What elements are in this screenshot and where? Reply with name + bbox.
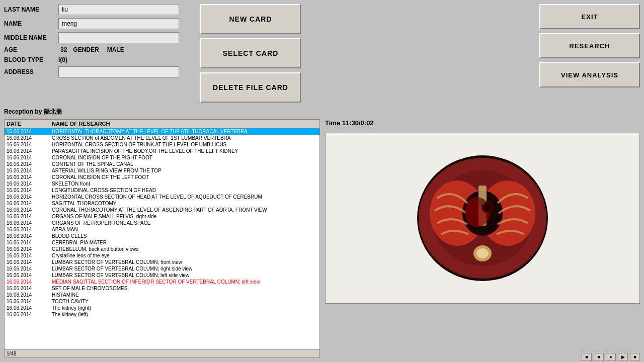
table-row[interactable]: 16.06.2014HORIZONTAL CROSS-SECTION OF TR… [5,141,319,148]
name-input[interactable] [58,18,179,29]
gender-label: GENDER [73,46,99,53]
cell-date: 16.06.2014 [7,214,52,219]
table-row[interactable]: 16.06.2014SET OF MALE CHROMOSOMES. [5,285,319,292]
cell-date: 16.06.2014 [7,299,52,304]
name-label: NAME [4,20,54,27]
cell-name: SKELETON front [52,181,317,187]
research-button[interactable]: RESEARCH [539,33,640,58]
taskbar-item-1[interactable]: ■ [582,353,592,361]
table-row[interactable]: 16.06.2014TOOTH CAVITY [5,298,319,305]
cell-date: 16.06.2014 [7,161,52,167]
research-table: DATE NAME OF RESEARCH 16.06.2014HORIZONT… [4,119,320,358]
cell-name: SAGITTAL THORACOTOMY [52,201,317,206]
cell-date: 16.06.2014 [7,142,52,147]
table-row[interactable]: 16.06.2014Crystalline lens of the eye [5,252,319,259]
cell-date: 16.06.2014 [7,273,52,278]
cell-date: 16.06.2014 [7,305,52,311]
cell-date: 16.06.2014 [7,292,52,298]
table-row[interactable]: 16.06.2014SAGITTAL THORACOTOMY [5,200,319,207]
cell-date: 16.06.2014 [7,286,52,291]
cell-date: 16.06.2014 [7,220,52,226]
table-row[interactable]: 16.06.2014PARASAGITTAL INCISION OF THE B… [5,148,319,154]
cell-name: LUMBAR SECTOR OF VERTEBRAL COLUMN; front… [52,259,317,265]
cell-name: CEREBELLUM, back and button views [52,246,317,252]
delete-card-button[interactable]: DELETE FILE CARD [200,72,301,103]
table-row[interactable]: 16.06.2014HORIZONTAL THORACOTOMY AT THE … [5,128,319,135]
taskbar-item-5[interactable]: ■ [630,353,640,361]
last-name-input[interactable] [58,4,179,15]
select-card-button[interactable]: SELECT CARD [200,38,301,68]
table-row[interactable]: 16.06.2014MEDIAN SAGITTAL SECTION OF INF… [5,279,319,285]
cell-name: CROSS SECTION of ABDOMEN AT THE LEVEL OF… [52,135,317,141]
col-name-header: NAME OF RESEARCH [52,121,317,127]
cell-name: HORIZONTAL CROSS-SECTION OF TRUNK AT THE… [52,142,317,147]
table-row[interactable]: 16.06.2014The kidney (left) [5,311,319,318]
svg-point-11 [484,203,492,211]
cell-date: 16.06.2014 [7,148,52,154]
cell-name: The kidney (left) [52,312,317,317]
cell-name: PARASAGITTAL INCISION OF THE BODY,OR THE… [52,148,317,154]
cell-name: Crystalline lens of the eye [52,253,317,258]
table-row[interactable]: 16.06.2014ARTERIAL WILLIS RING,VIEW FROM… [5,167,319,174]
cell-date: 16.06.2014 [7,207,52,213]
table-row[interactable]: 16.06.2014HORIZONTAL CROSS SECTION OF HE… [5,194,319,200]
table-row[interactable]: 16.06.2014LUMBAR SECTOR OF VERTEBRAL COL… [5,272,319,279]
table-body[interactable]: 16.06.2014HORIZONTAL THORACOTOMY AT THE … [5,128,319,349]
table-row[interactable]: 16.06.2014CORONAL THORACOTOMY AT THE LEV… [5,207,319,213]
cell-name: HORIZONTAL THORACOTOMY AT THE LEVEL OF T… [52,129,317,134]
cell-date: 16.06.2014 [7,135,52,141]
new-card-button[interactable]: NEW CARD [200,4,301,34]
table-row[interactable]: 16.06.2014ORGANS OF MALE SMALL PELVIS, r… [5,213,319,220]
svg-point-12 [477,199,486,205]
reception-label: Reception by 陽北揚 [4,108,62,115]
cell-date: 16.06.2014 [7,266,52,272]
table-row[interactable]: 16.06.2014ABRA MAN [5,226,319,233]
cell-name: BLOOD CELLS [52,233,317,239]
col-date-header: DATE [7,121,52,127]
cell-name: ORGANS OF RETROPERITONEAL SPACE [52,220,317,226]
cell-name: CORONAL INCISION OF THE RIGHT FOOT [52,155,317,160]
gender-value: MALE [107,46,124,53]
table-row[interactable]: 16.06.2014LUMBAR SECTOR OF VERTEBRAL COL… [5,259,319,265]
view-analysis-button[interactable]: VIEW ANALYSIS [539,62,640,87]
table-row[interactable]: 16.06.2014BLOOD CELLS [5,233,319,239]
table-row[interactable]: 16.06.2014The kidney (right) [5,305,319,311]
table-row[interactable]: 16.06.2014CORONAL INCISION OF THE RIGHT … [5,154,319,161]
table-row[interactable]: 16.06.2014HISTAMINE [5,292,319,298]
age-label: AGE [4,46,54,53]
cell-date: 16.06.2014 [7,181,52,187]
anatomy-image [325,133,640,304]
cell-name: CORONAL THORACOTOMY AT THE LEVEL OF ASCE… [52,207,317,213]
taskbar-item-2[interactable]: ■ [594,353,604,361]
table-row[interactable]: 16.06.2014CORONAL INCISION OF THE LEFT F… [5,174,319,180]
cell-date: 16.06.2014 [7,227,52,232]
table-row[interactable]: 16.06.2014CONTENT OF THE SPINAL CANAL [5,161,319,167]
cell-name: ABRA MAN [52,227,317,232]
cell-date: 16.06.2014 [7,129,52,134]
cell-date: 16.06.2014 [7,168,52,173]
cell-date: 16.06.2014 [7,253,52,258]
cell-name: LONGITUDINAL CROSS-SECTION OF HEAD [52,188,317,193]
table-row[interactable]: 16.06.2014ORGANS OF RETROPERITONEAL SPAC… [5,220,319,226]
cell-name: TOOTH CAVITY [52,299,317,304]
cell-date: 16.06.2014 [7,312,52,317]
address-input[interactable] [58,66,179,77]
cell-name: HISTAMINE [52,292,317,298]
cell-date: 16.06.2014 [7,174,52,180]
middle-name-input[interactable] [58,32,179,43]
table-row[interactable]: 16.06.2014CEREBELLUM, back and button vi… [5,246,319,252]
age-value: 32 [60,46,67,53]
cell-name: CONTENT OF THE SPINAL CANAL [52,161,317,167]
table-row[interactable]: 16.06.2014LONGITUDINAL CROSS-SECTION OF … [5,187,319,194]
exit-button[interactable]: EXIT [539,4,640,29]
table-row[interactable]: 16.06.2014SKELETON front [5,180,319,187]
time-display: Time 11:30/0:02 [325,119,640,127]
cell-name: SET OF MALE CHROMOSOMES. [52,286,317,291]
cell-name: MEDIAN SAGITTAL SECTION OF INFERIOR SECT… [52,279,317,285]
table-row[interactable]: 16.06.2014LUMBAR SECTOR OF VERTEBRAL COL… [5,265,319,272]
taskbar-item-3[interactable]: ● [606,353,616,361]
table-row[interactable]: 16.06.2014CROSS SECTION of ABDOMEN AT TH… [5,135,319,141]
taskbar-item-4[interactable]: ▶ [618,353,628,361]
cell-date: 16.06.2014 [7,259,52,265]
table-row[interactable]: 16.06.2014CEREBRAL PIA MATER [5,239,319,246]
